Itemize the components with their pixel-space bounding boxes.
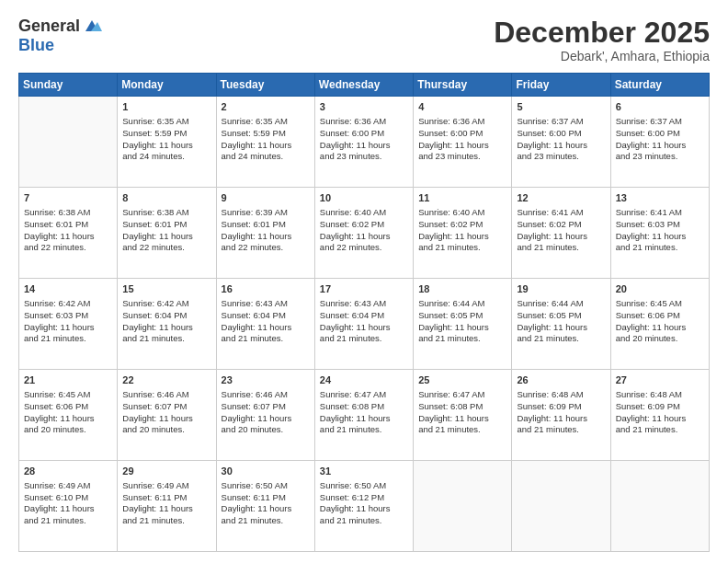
day-number: 12 <box>517 191 605 205</box>
day-number: 28 <box>24 465 112 478</box>
calendar-cell: 13Sunrise: 6:41 AMSunset: 6:03 PMDayligh… <box>610 188 709 279</box>
day-number: 13 <box>616 191 704 205</box>
month-title: December 2025 <box>494 17 710 49</box>
calendar-cell: 23Sunrise: 6:46 AMSunset: 6:07 PMDayligh… <box>216 370 314 461</box>
calendar-day-header: Tuesday <box>216 74 314 97</box>
calendar-cell: 2Sunrise: 6:35 AMSunset: 5:59 PMDaylight… <box>216 97 314 188</box>
calendar-cell: 30Sunrise: 6:50 AMSunset: 6:11 PMDayligh… <box>216 461 314 552</box>
day-number: 22 <box>122 373 210 387</box>
day-number: 11 <box>418 191 506 205</box>
calendar-cell <box>512 461 610 552</box>
calendar-week-row: 14Sunrise: 6:42 AMSunset: 6:03 PMDayligh… <box>19 279 710 370</box>
logo: General Blue <box>18 17 102 55</box>
day-number: 8 <box>122 191 210 205</box>
day-number: 10 <box>320 191 408 205</box>
calendar-cell: 22Sunrise: 6:46 AMSunset: 6:07 PMDayligh… <box>118 370 216 461</box>
calendar-cell: 3Sunrise: 6:36 AMSunset: 6:00 PMDaylight… <box>314 97 413 188</box>
calendar-cell: 21Sunrise: 6:45 AMSunset: 6:06 PMDayligh… <box>19 370 118 461</box>
calendar-cell: 27Sunrise: 6:48 AMSunset: 6:09 PMDayligh… <box>610 370 709 461</box>
day-number: 31 <box>320 465 408 478</box>
page: General Blue December 2025 Debark', Amha… <box>0 0 728 563</box>
calendar-cell: 29Sunrise: 6:49 AMSunset: 6:11 PMDayligh… <box>118 461 216 552</box>
day-number: 6 <box>616 100 704 114</box>
calendar-cell <box>19 97 118 188</box>
day-number: 4 <box>418 100 506 114</box>
calendar-cell: 7Sunrise: 6:38 AMSunset: 6:01 PMDaylight… <box>19 188 118 279</box>
calendar-day-header: Friday <box>512 74 610 97</box>
day-number: 24 <box>320 373 408 387</box>
calendar-cell: 9Sunrise: 6:39 AMSunset: 6:01 PMDaylight… <box>216 188 314 279</box>
calendar-header-row: SundayMondayTuesdayWednesdayThursdayFrid… <box>19 74 710 97</box>
calendar-week-row: 28Sunrise: 6:49 AMSunset: 6:10 PMDayligh… <box>19 461 710 552</box>
calendar-cell: 18Sunrise: 6:44 AMSunset: 6:05 PMDayligh… <box>414 279 512 370</box>
calendar-cell: 28Sunrise: 6:49 AMSunset: 6:10 PMDayligh… <box>19 461 118 552</box>
day-number: 25 <box>418 373 506 387</box>
logo-icon <box>82 18 102 35</box>
day-number: 21 <box>24 373 112 387</box>
day-number: 17 <box>320 282 408 296</box>
calendar-cell: 15Sunrise: 6:42 AMSunset: 6:04 PMDayligh… <box>118 279 216 370</box>
calendar-body: 1Sunrise: 6:35 AMSunset: 5:59 PMDaylight… <box>19 97 710 552</box>
calendar-cell: 12Sunrise: 6:41 AMSunset: 6:02 PMDayligh… <box>512 188 610 279</box>
day-number: 14 <box>24 282 112 296</box>
day-number: 2 <box>222 100 310 114</box>
day-number: 30 <box>222 465 310 478</box>
day-number: 27 <box>616 373 704 387</box>
day-number: 16 <box>222 282 310 296</box>
calendar-day-header: Monday <box>118 74 216 97</box>
calendar-cell: 25Sunrise: 6:47 AMSunset: 6:08 PMDayligh… <box>414 370 512 461</box>
calendar-day-header: Thursday <box>414 74 512 97</box>
calendar-cell: 1Sunrise: 6:35 AMSunset: 5:59 PMDaylight… <box>118 97 216 188</box>
calendar-cell: 14Sunrise: 6:42 AMSunset: 6:03 PMDayligh… <box>19 279 118 370</box>
calendar-week-row: 7Sunrise: 6:38 AMSunset: 6:01 PMDaylight… <box>19 188 710 279</box>
day-number: 5 <box>517 100 605 114</box>
calendar-cell: 16Sunrise: 6:43 AMSunset: 6:04 PMDayligh… <box>216 279 314 370</box>
calendar-cell: 24Sunrise: 6:47 AMSunset: 6:08 PMDayligh… <box>314 370 413 461</box>
calendar-cell: 20Sunrise: 6:45 AMSunset: 6:06 PMDayligh… <box>610 279 709 370</box>
calendar-day-header: Sunday <box>19 74 118 97</box>
header: General Blue December 2025 Debark', Amha… <box>18 17 710 63</box>
calendar-cell: 8Sunrise: 6:38 AMSunset: 6:01 PMDaylight… <box>118 188 216 279</box>
calendar-week-row: 21Sunrise: 6:45 AMSunset: 6:06 PMDayligh… <box>19 370 710 461</box>
logo-general-text: General <box>18 17 80 36</box>
calendar-cell: 5Sunrise: 6:37 AMSunset: 6:00 PMDaylight… <box>512 97 610 188</box>
calendar-day-header: Saturday <box>610 74 709 97</box>
calendar-cell: 6Sunrise: 6:37 AMSunset: 6:00 PMDaylight… <box>610 97 709 188</box>
day-number: 18 <box>418 282 506 296</box>
day-number: 3 <box>320 100 408 114</box>
day-number: 9 <box>222 191 310 205</box>
calendar-table: SundayMondayTuesdayWednesdayThursdayFrid… <box>18 73 710 552</box>
day-number: 7 <box>24 191 112 205</box>
title-block: December 2025 Debark', Amhara, Ethiopia <box>494 17 710 63</box>
day-number: 1 <box>122 100 210 114</box>
day-number: 29 <box>122 465 210 478</box>
calendar-cell <box>610 461 709 552</box>
calendar-cell: 10Sunrise: 6:40 AMSunset: 6:02 PMDayligh… <box>314 188 413 279</box>
day-number: 20 <box>616 282 704 296</box>
calendar-day-header: Wednesday <box>314 74 413 97</box>
calendar-cell: 4Sunrise: 6:36 AMSunset: 6:00 PMDaylight… <box>414 97 512 188</box>
day-number: 23 <box>222 373 310 387</box>
day-number: 15 <box>122 282 210 296</box>
calendar-week-row: 1Sunrise: 6:35 AMSunset: 5:59 PMDaylight… <box>19 97 710 188</box>
calendar-cell: 17Sunrise: 6:43 AMSunset: 6:04 PMDayligh… <box>314 279 413 370</box>
calendar-cell <box>414 461 512 552</box>
day-number: 19 <box>517 282 605 296</box>
calendar-cell: 11Sunrise: 6:40 AMSunset: 6:02 PMDayligh… <box>414 188 512 279</box>
calendar-cell: 26Sunrise: 6:48 AMSunset: 6:09 PMDayligh… <box>512 370 610 461</box>
logo-blue-text: Blue <box>18 36 54 55</box>
calendar-cell: 31Sunrise: 6:50 AMSunset: 6:12 PMDayligh… <box>314 461 413 552</box>
day-number: 26 <box>517 373 605 387</box>
calendar-cell: 19Sunrise: 6:44 AMSunset: 6:05 PMDayligh… <box>512 279 610 370</box>
location: Debark', Amhara, Ethiopia <box>494 49 710 63</box>
